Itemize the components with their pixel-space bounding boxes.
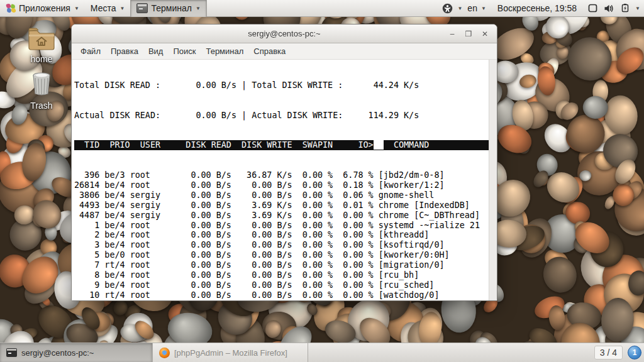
iotop-row: 8 be/4 root 0.00 B/s 0.00 B/s 0.00 % 0.0… <box>74 270 489 280</box>
applications-menu-icon <box>6 3 16 13</box>
home-folder-icon <box>27 26 56 50</box>
menu-edit[interactable]: Правка <box>106 44 143 58</box>
menu-help[interactable]: Справка <box>248 44 291 58</box>
iotop-row: 4493 be/4 sergiy 0.00 B/s 3.69 K/s 0.00 … <box>74 200 489 211</box>
terminal-cursor <box>374 140 384 150</box>
iotop-row: 26814 be/4 root 0.00 B/s 0.00 B/s 0.00 %… <box>74 180 489 190</box>
iotop-row: 10 rt/4 root 0.00 B/s 0.00 B/s 0.00 % 0.… <box>74 290 489 300</box>
iotop-row: 7 rt/4 root 0.00 B/s 0.00 B/s 0.00 % 0.0… <box>74 260 489 270</box>
iotop-header-bar: TID PRIO USER DISK READ DISK WRITE SWAPI… <box>74 140 489 150</box>
iotop-row: 3 be/4 root 0.00 B/s 0.00 B/s 0.00 % 0.0… <box>74 240 489 250</box>
applications-menu[interactable]: Приложения ▼ <box>0 0 85 17</box>
places-menu[interactable]: Места ▼ <box>85 0 131 17</box>
menu-terminal[interactable]: Терминал <box>201 44 248 58</box>
terminal-icon <box>136 3 148 13</box>
menu-view[interactable]: Вид <box>143 44 169 58</box>
applications-menu-label: Приложения <box>19 3 70 13</box>
chevron-down-icon: ▼ <box>481 6 486 11</box>
chevron-down-icon[interactable]: ▼ <box>457 6 462 11</box>
chevron-down-icon: ▼ <box>74 6 79 11</box>
iotop-output: Total DISK READ : 0.00 B/s | Total DISK … <box>72 60 489 300</box>
minimize-button[interactable]: – <box>445 27 459 41</box>
iotop-row: 1 be/4 root 0.00 B/s 0.00 B/s 0.00 % 0.0… <box>74 221 489 231</box>
display-icon[interactable] <box>586 0 599 17</box>
taskbar: sergiy@centos-pc:~ [phpPgAdmin – Mozilla… <box>0 343 644 362</box>
maximize-button[interactable]: ❐ <box>462 27 475 41</box>
iotop-actual-line: Actual DISK READ: 0.00 B/s | Actual DISK… <box>74 111 489 121</box>
iotop-row: 3806 be/4 sergiy 0.00 B/s 0.00 B/s 0.00 … <box>74 190 489 200</box>
desktop-icon-trash[interactable]: Trash <box>19 70 64 111</box>
terminal-window: sergiy@centos-pc:~ – ❐ ✕ Файл Правка Вид… <box>71 24 497 301</box>
terminal-menubar: Файл Правка Вид Поиск Терминал Справка <box>72 43 497 60</box>
notification-badge[interactable]: 1 <box>628 346 641 359</box>
menu-search[interactable]: Поиск <box>168 44 201 58</box>
active-app-label: Терминал <box>151 3 191 13</box>
top-panel: Приложения ▼ Места ▼ Терминал ▼ ▼ en ▼ В… <box>0 0 644 17</box>
iotop-row: 4487 be/4 sergiy 0.00 B/s 3.69 K/s 0.00 … <box>74 211 489 221</box>
iotop-row: 2 be/4 root 0.00 B/s 0.00 B/s 0.00 % 0.0… <box>74 230 489 240</box>
window-title: sergiy@centos-pc:~ <box>72 29 497 38</box>
chevron-down-icon: ▼ <box>120 6 125 11</box>
firefox-icon <box>159 348 170 358</box>
desktop-icon-label: Trash <box>19 101 64 111</box>
taskbar-window-label: [phpPgAdmin – Mozilla Firefox] <box>174 348 287 358</box>
panel-status-area: ▼ en ▼ Воскресенье, 19:58 ▼ <box>440 0 644 17</box>
taskbar-window-firefox[interactable]: [phpPgAdmin – Mozilla Firefox] <box>153 343 308 362</box>
workspace-indicator[interactable]: 3 / 4 <box>594 346 623 359</box>
volume-icon[interactable] <box>602 0 616 17</box>
taskbar-window-terminal[interactable]: sergiy@centos-pc:~ <box>0 343 153 362</box>
chevron-down-icon: ▼ <box>196 6 201 11</box>
active-app-menu[interactable]: Терминал ▼ <box>130 0 206 17</box>
iotop-rows: 396 be/3 root 0.00 B/s 36.87 K/s 0.00 % … <box>74 170 489 300</box>
trash-icon <box>28 70 55 97</box>
desktop-icon-home[interactable]: home <box>19 26 64 64</box>
battery-icon[interactable] <box>618 0 632 17</box>
universal-access-icon[interactable] <box>440 0 454 17</box>
keyboard-layout-indicator[interactable]: en ▼ <box>465 0 489 17</box>
places-menu-label: Места <box>91 3 116 13</box>
terminal-icon <box>6 348 17 357</box>
terminal-scrollbar[interactable] <box>489 60 497 300</box>
terminal-content: Total DISK READ : 0.00 B/s | Total DISK … <box>72 60 497 300</box>
taskbar-window-label: sergiy@centos-pc:~ <box>21 348 94 358</box>
close-button[interactable]: ✕ <box>478 27 492 41</box>
desktop-icon-label: home <box>19 54 64 64</box>
clock[interactable]: Воскресенье, 19:58 <box>491 3 583 13</box>
keyboard-layout-label: en <box>467 3 477 13</box>
menu-file[interactable]: Файл <box>75 44 106 58</box>
window-titlebar[interactable]: sergiy@centos-pc:~ – ❐ ✕ <box>72 25 497 43</box>
iotop-total-line: Total DISK READ : 0.00 B/s | Total DISK … <box>74 80 489 90</box>
iotop-row: 396 be/3 root 0.00 B/s 36.87 K/s 0.00 % … <box>74 170 489 180</box>
chevron-down-icon[interactable]: ▼ <box>635 6 640 11</box>
iotop-row: 9 be/4 root 0.00 B/s 0.00 B/s 0.00 % 0.0… <box>74 280 489 290</box>
iotop-row: 5 be/0 root 0.00 B/s 0.00 B/s 0.00 % 0.0… <box>74 250 489 260</box>
